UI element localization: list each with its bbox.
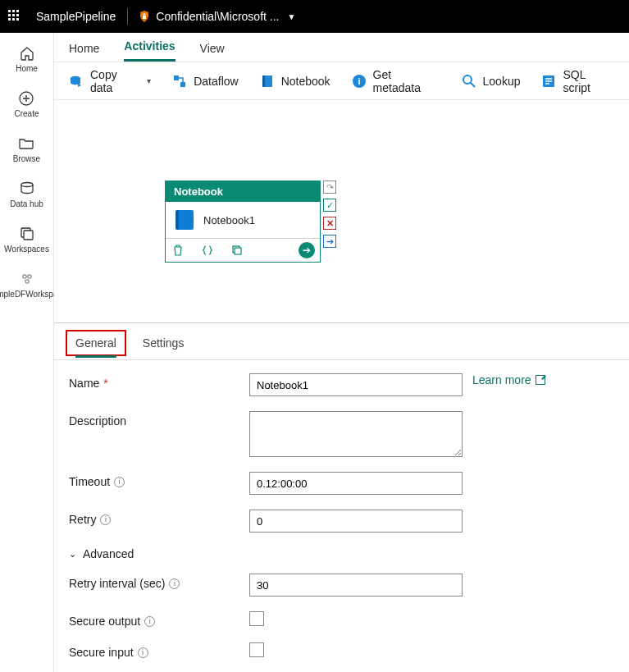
notebook-icon [260, 74, 275, 89]
svg-rect-10 [174, 75, 179, 80]
port-completion-icon[interactable]: ➔ [323, 235, 336, 248]
nav-datahub[interactable]: Data hub [10, 180, 43, 208]
general-form: Name * Learn more Description Timeout [54, 360, 629, 672]
workspace-icon [18, 270, 36, 288]
prop-tab-general[interactable]: General [66, 330, 126, 356]
nav-label: Create [14, 109, 39, 118]
svg-point-7 [27, 275, 30, 278]
nav-label: Workspaces [4, 245, 49, 254]
chevron-down-icon: ▼ [287, 12, 295, 21]
ribbon-sql-script[interactable]: SQL script [541, 68, 614, 94]
info-icon[interactable]: i [169, 578, 180, 589]
ribbon-label: Lookup [483, 75, 521, 88]
ribbon-copy-data[interactable]: Copy data ▾ [69, 68, 151, 94]
svg-point-6 [22, 275, 25, 278]
tab-view[interactable]: View [200, 35, 225, 62]
ribbon-notebook[interactable]: Notebook [260, 74, 330, 89]
chevron-down-icon: ▾ [147, 76, 151, 85]
retry-label: Retry i [69, 510, 249, 526]
folder-icon [17, 135, 35, 153]
secure-input-label: Secure input i [69, 642, 249, 659]
port-success-icon[interactable]: ✓ [323, 199, 336, 212]
nav-label: Browse [13, 154, 40, 163]
run-arrow-icon[interactable]: ➔ [299, 242, 315, 258]
main: Home Activities View Copy data ▾ Dataflo… [54, 33, 629, 672]
info-circle-icon: i [352, 74, 367, 89]
sensitivity-dropdown[interactable]: Confidential\Microsoft ... ▼ [138, 10, 295, 23]
svg-rect-13 [262, 75, 265, 87]
learn-more-link[interactable]: Learn more [472, 373, 545, 386]
code-braces-icon[interactable] [200, 243, 215, 258]
ribbon-label: Notebook [281, 75, 330, 88]
ribbon-label: SQL script [563, 68, 614, 94]
nav-workspaces[interactable]: Workspaces [4, 225, 49, 254]
sql-script-icon [541, 74, 556, 89]
name-label: Name * [69, 373, 249, 390]
port-skip-icon[interactable]: ↷ [323, 181, 336, 194]
nav-browse[interactable]: Browse [13, 135, 40, 163]
copy-icon[interactable] [230, 243, 244, 258]
description-input[interactable] [249, 411, 463, 457]
tab-home[interactable]: Home [69, 35, 99, 62]
required-asterisk: * [103, 377, 107, 390]
secure-input-checkbox[interactable] [249, 642, 264, 657]
ribbon-label: Get metadata [373, 68, 440, 94]
name-input[interactable] [249, 373, 463, 396]
node-type-label: Notebook [166, 181, 320, 202]
svg-text:i: i [358, 76, 360, 86]
ribbon-label: Dataflow [194, 75, 238, 88]
ribbon-lookup[interactable]: Lookup [462, 74, 521, 89]
ribbon: Copy data ▾ Dataflow Notebook i Get meta… [54, 62, 629, 100]
tab-activities[interactable]: Activities [124, 33, 175, 62]
nav-label: Data hub [10, 199, 43, 208]
node-body: Notebook1 [166, 202, 320, 238]
port-fail-icon[interactable]: ✕ [323, 217, 336, 230]
retry-input[interactable] [249, 510, 463, 533]
ribbon-dataflow[interactable]: Dataflow [172, 74, 238, 89]
ribbon-label: Copy data [90, 68, 140, 94]
svg-point-3 [21, 183, 33, 187]
copy-data-icon [69, 74, 84, 89]
top-bar: SamplePipeline Confidential\Microsoft ..… [0, 0, 629, 33]
retry-interval-input[interactable] [249, 574, 463, 597]
advanced-toggle[interactable]: ⌄ Advanced [69, 547, 614, 560]
node-toolbar: ➔ [166, 238, 320, 262]
nav-create[interactable]: Create [14, 89, 39, 118]
workspaces-icon [18, 225, 36, 243]
secure-output-checkbox[interactable] [249, 611, 264, 626]
search-icon [462, 74, 476, 89]
database-icon [18, 180, 36, 198]
pipeline-name[interactable]: SamplePipeline [36, 10, 116, 23]
info-icon[interactable]: i [144, 616, 155, 627]
retry-interval-label: Retry interval (sec) i [69, 574, 249, 590]
plus-circle-icon [17, 89, 35, 107]
svg-rect-11 [180, 82, 185, 87]
node-output-ports: ↷ ✓ ✕ ➔ [323, 181, 336, 248]
app-launcher-icon[interactable] [8, 10, 21, 23]
activity-node-notebook[interactable]: Notebook Notebook1 ➔ [165, 181, 321, 263]
info-icon[interactable]: i [138, 647, 148, 658]
main-tabbar: Home Activities View [54, 33, 629, 62]
timeout-input[interactable] [249, 472, 463, 495]
info-icon[interactable]: i [100, 514, 111, 525]
shield-lock-icon [138, 10, 151, 23]
secure-output-label: Secure output i [69, 611, 249, 628]
svg-rect-19 [235, 248, 241, 254]
svg-rect-5 [24, 231, 33, 240]
divider [127, 8, 128, 25]
notebook-icon [175, 210, 194, 230]
ribbon-get-metadata[interactable]: i Get metadata [352, 68, 440, 94]
nav-home[interactable]: Home [16, 44, 38, 73]
pipeline-canvas[interactable]: Notebook Notebook1 ➔ ↷ ✓ ✕ ➔ [54, 100, 629, 322]
prop-tab-settings[interactable]: Settings [134, 331, 193, 354]
chevron-down-icon: ⌄ [69, 549, 76, 560]
timeout-label: Timeout i [69, 472, 249, 488]
properties-panel: General Settings Name * Learn more Descr… [54, 322, 629, 672]
svg-point-8 [25, 280, 28, 283]
dataflow-icon [172, 74, 187, 89]
external-link-icon [536, 375, 545, 385]
delete-icon[interactable] [171, 243, 185, 258]
info-icon[interactable]: i [114, 477, 125, 487]
home-icon [18, 44, 36, 62]
properties-tabbar: General Settings [54, 323, 629, 356]
